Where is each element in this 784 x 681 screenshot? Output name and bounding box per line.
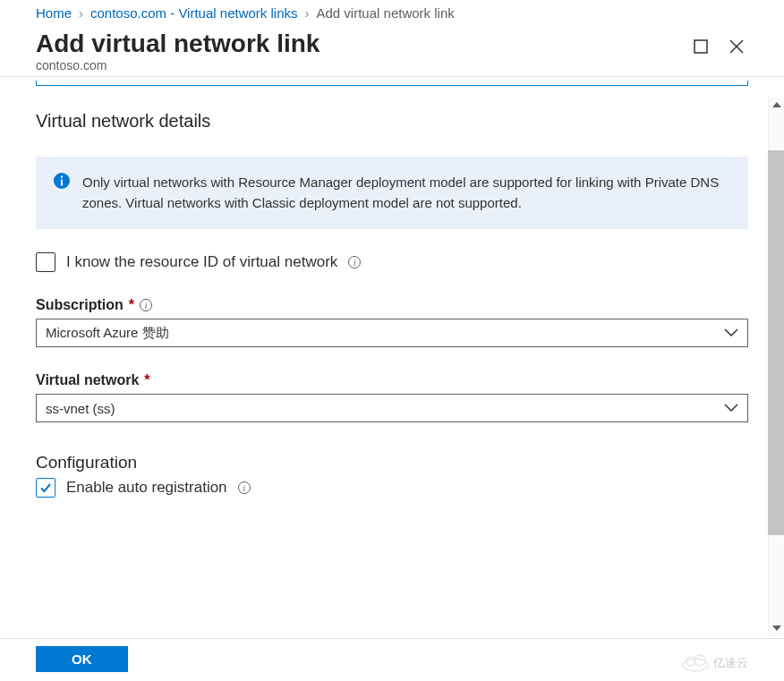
scroll-thumb[interactable] xyxy=(768,150,784,535)
svg-rect-5 xyxy=(61,176,63,178)
vertical-scrollbar[interactable] xyxy=(768,97,784,636)
section-title-vnet-details: Virtual network details xyxy=(36,111,748,132)
section-title-configuration: Configuration xyxy=(36,453,748,472)
info-icon[interactable]: i xyxy=(238,481,251,494)
page-subtitle: contoso.com xyxy=(36,58,320,72)
breadcrumb-home[interactable]: Home xyxy=(36,5,72,21)
cloud-icon xyxy=(681,654,710,672)
svg-marker-7 xyxy=(772,626,781,631)
info-icon[interactable]: i xyxy=(348,256,361,268)
info-icon[interactable]: i xyxy=(140,299,152,311)
page-title: Add virtual network link xyxy=(36,30,320,58)
virtual-network-value: ss-vnet (ss) xyxy=(46,401,115,416)
panel-header: Add virtual network link contoso.com xyxy=(0,26,784,76)
chevron-down-icon xyxy=(724,328,738,337)
breadcrumb-vnet-links[interactable]: contoso.com - Virtual network links xyxy=(90,5,297,21)
svg-marker-6 xyxy=(772,102,781,107)
info-message: Only virtual networks with Resource Mana… xyxy=(36,157,748,229)
checkbox-know-resource-id[interactable] xyxy=(36,252,55,272)
required-indicator: * xyxy=(129,297,134,313)
checkbox-enable-auto-registration-label: Enable auto registration xyxy=(66,479,227,497)
scroll-up-icon[interactable] xyxy=(769,97,784,113)
checkmark-icon xyxy=(38,481,53,495)
subscription-value: Microsoft Azure 赞助 xyxy=(46,325,169,342)
close-icon xyxy=(729,39,744,54)
ok-button[interactable]: OK xyxy=(36,646,128,672)
checkbox-enable-auto-registration[interactable] xyxy=(36,478,55,498)
close-button[interactable] xyxy=(725,35,748,58)
maximize-button[interactable] xyxy=(689,35,712,58)
chevron-right-icon: › xyxy=(305,5,310,21)
svg-rect-4 xyxy=(61,180,63,186)
watermark-text: 亿速云 xyxy=(713,655,748,671)
virtual-network-label: Virtual network xyxy=(36,372,139,388)
subscription-dropdown[interactable]: Microsoft Azure 赞助 xyxy=(36,319,748,347)
chevron-right-icon: › xyxy=(79,5,83,21)
scroll-down-icon[interactable] xyxy=(769,620,784,636)
breadcrumb: Home › contoso.com - Virtual network lin… xyxy=(0,0,784,26)
footer-bar: OK 亿速云 xyxy=(0,638,784,681)
watermark: 亿速云 xyxy=(681,654,748,672)
chevron-down-icon xyxy=(724,404,738,413)
input-top-cutoff xyxy=(36,81,748,86)
checkbox-know-resource-id-label: I know the resource ID of virtual networ… xyxy=(66,253,337,271)
required-indicator: * xyxy=(144,372,149,388)
breadcrumb-current: Add virtual network link xyxy=(317,5,455,21)
info-message-text: Only virtual networks with Resource Mana… xyxy=(82,173,730,213)
subscription-label: Subscription xyxy=(36,297,124,313)
svg-rect-0 xyxy=(695,40,707,53)
maximize-icon xyxy=(694,39,708,54)
content-pane: Virtual network details Only virtual net… xyxy=(0,81,784,609)
virtual-network-dropdown[interactable]: ss-vnet (ss) xyxy=(36,394,748,422)
info-icon xyxy=(54,173,70,213)
